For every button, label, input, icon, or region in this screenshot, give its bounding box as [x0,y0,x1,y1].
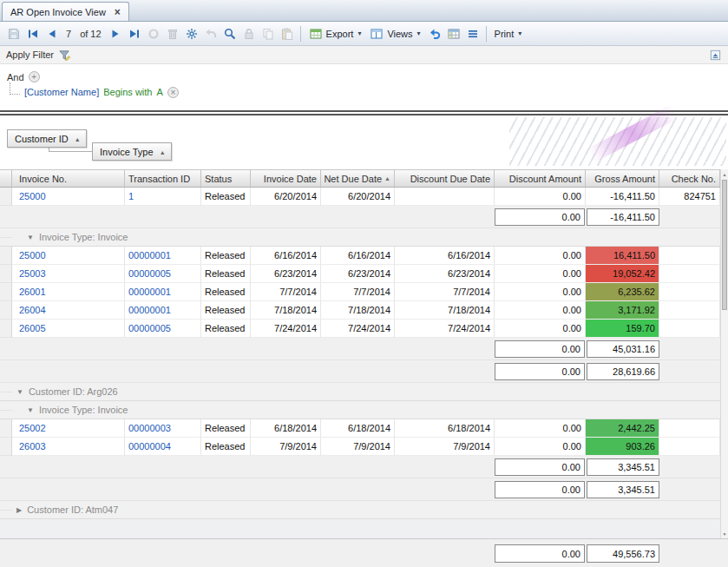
table-row[interactable]: 2500200000003Released6/18/20146/18/20146… [0,419,720,438]
refresh-button[interactable] [144,24,163,43]
remove-condition-icon[interactable]: × [167,87,179,98]
save-button[interactable] [4,24,23,43]
revert-button[interactable] [201,24,220,43]
table-row[interactable]: 2600500000005Released7/24/20147/24/20147… [0,320,720,338]
column-header-status[interactable]: Status [201,170,251,187]
invoice-no-link[interactable]: 25000 [19,191,46,201]
group-row[interactable]: ▼Invoice Type: Invoice [0,401,720,419]
group-expanded-icon[interactable]: ▼ [16,388,23,396]
invoice-no-link[interactable]: 25000 [19,250,46,260]
column-header-invoice-date[interactable]: Invoice Date [251,170,321,187]
lock-button[interactable] [239,24,259,43]
column-header-check-no[interactable]: Check No. [659,170,720,187]
invoice-no-link[interactable]: 25002 [19,423,46,433]
filter-group-operator[interactable]: And [7,72,24,82]
table-row[interactable]: 2600300000004Released7/9/20147/9/20147/9… [0,438,720,456]
print-button[interactable]: Print▾ [490,24,527,43]
vertical-scrollbar[interactable]: ▲ ▼ [720,169,728,538]
gross-amount-total: -16,411.50 [587,208,659,226]
previous-record-button[interactable] [43,24,62,43]
collapse-filter-panel-button[interactable] [709,49,722,62]
table-row[interactable]: 2500000000001Released6/16/20146/16/20146… [0,247,720,265]
scrollbar-thumb[interactable] [722,180,727,310]
apply-filter-label: Apply Filter [6,49,54,60]
row-selector[interactable] [0,419,12,438]
datagrid-button[interactable] [444,24,463,43]
table-row[interactable]: 250001Released6/20/20146/20/20140.00-16,… [0,188,720,206]
table-row[interactable]: 2600400000001Released7/18/20147/18/20147… [0,301,720,320]
group-row[interactable]: ▼Invoice Type: Invoice [0,228,720,247]
table-row[interactable]: 2600100000001Released7/7/20147/7/20147/7… [0,283,720,301]
discount-amount-cell: 0.00 [495,188,586,206]
row-selector[interactable] [0,438,12,456]
group-expanded-icon[interactable]: ▼ [27,234,34,241]
column-header-invoice-no[interactable]: Invoice No. [12,170,125,187]
column-header-label: Net Due Date [324,174,382,184]
search-button[interactable] [220,24,239,43]
settings-button[interactable] [182,24,201,43]
group-row[interactable]: ▶Customer ID: Atm047 [0,501,720,519]
export-button[interactable]: Export▾ [305,24,366,43]
check-no-cell [659,438,720,456]
filter-operator[interactable]: Begins with [103,87,152,97]
group-chip-invoice-type[interactable]: Invoice Type ▲ [92,142,172,161]
paste-button[interactable] [278,24,297,43]
table-row[interactable]: 2500300000005Released6/23/20146/23/20146… [0,265,720,283]
column-header-discount-due-date[interactable]: Discount Due Date [395,170,495,187]
status-cell: Released [201,301,251,320]
invoice-no-link[interactable]: 25003 [19,268,46,279]
delete-button[interactable] [163,24,182,43]
status-cell: Released [201,419,251,438]
tab-close-icon[interactable]: × [115,7,121,17]
group-label: Customer ID: Arg026 [29,386,118,397]
group-chip-customer-id[interactable]: Customer ID ▲ [7,129,87,148]
group-summary-row: 0.003,345.51 [0,456,720,478]
tab-title: AR Open Invoice View [10,7,106,17]
filter-field[interactable]: [Customer Name] [24,87,99,97]
tab-ar-open-invoice-view[interactable]: AR Open Invoice View × [2,2,129,21]
print-button-label: Print [495,29,515,39]
copy-button[interactable] [259,24,278,43]
check-no-cell [659,320,720,338]
row-selector[interactable] [0,188,12,206]
transaction-id-link[interactable]: 00000001 [128,287,171,297]
revert-icon [204,27,218,41]
transaction-id-link[interactable]: 00000004 [128,441,171,452]
scroll-down-button[interactable]: ▼ [721,529,728,538]
filter-value[interactable]: A [156,87,162,97]
transaction-id-link[interactable]: 00000005 [128,323,171,333]
undo-button[interactable] [425,24,444,43]
row-selector[interactable] [0,247,12,265]
transaction-id-link[interactable]: 00000001 [128,305,171,315]
views-button[interactable]: Views▾ [365,24,424,43]
column-header-gross-amount[interactable]: Gross Amount [586,170,659,187]
group-row[interactable]: ▼Customer ID: Arg026 [0,383,720,401]
first-record-button[interactable] [23,24,43,43]
transaction-id-cell: 00000005 [125,320,201,338]
column-header-discount-amount[interactable]: Discount Amount [495,170,586,187]
row-selector[interactable] [0,265,12,283]
invoice-no-link[interactable]: 26003 [19,441,46,452]
last-record-button[interactable] [125,24,144,43]
transaction-id-link[interactable]: 1 [128,191,134,201]
group-collapsed-icon[interactable]: ▶ [16,506,22,514]
lock-icon [242,27,256,41]
column-header-net-due-date[interactable]: Net Due Date▲ [321,170,395,187]
transaction-id-link[interactable]: 00000005 [128,268,171,279]
transaction-id-link[interactable]: 00000003 [128,423,171,433]
menu-button[interactable] [463,24,482,43]
paste-icon [280,27,294,41]
column-header-transaction-id[interactable]: Transaction ID [125,170,201,187]
scroll-up-button[interactable]: ▲ [721,169,728,179]
invoice-no-link[interactable]: 26005 [19,323,46,333]
transaction-id-link[interactable]: 00000001 [128,250,171,260]
check-no-cell [659,283,720,301]
invoice-no-link[interactable]: 26004 [19,305,46,315]
row-selector[interactable] [0,320,12,338]
group-expanded-icon[interactable]: ▼ [27,406,34,414]
next-record-button[interactable] [106,24,125,43]
invoice-no-link[interactable]: 26001 [19,287,46,297]
row-selector[interactable] [0,283,12,301]
add-condition-icon[interactable]: + [29,71,40,82]
row-selector[interactable] [0,301,12,320]
